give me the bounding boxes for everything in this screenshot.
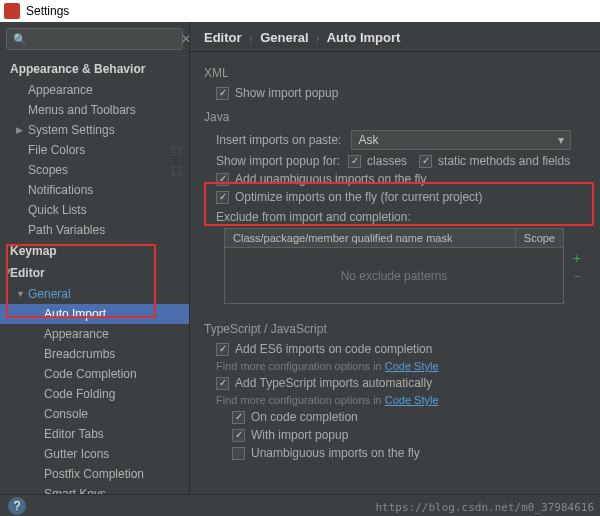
search-input[interactable]	[31, 32, 181, 46]
col-mask: Class/package/member qualified name mask	[225, 229, 516, 247]
tree-item[interactable]: Appearance	[0, 80, 189, 100]
section-ts: TypeScript / JavaScript	[204, 322, 586, 336]
tree-item[interactable]: Breadcrumbs	[0, 344, 189, 364]
tree-item[interactable]: Postfix Completion	[0, 464, 189, 484]
checkbox-xml-show-popup[interactable]	[216, 87, 229, 100]
label-ts-unambiguous: Unambiguous imports on the fly	[251, 446, 420, 460]
tree-item[interactable]: Quick Lists	[0, 200, 189, 220]
tree-item[interactable]: Gutter Icons	[0, 444, 189, 464]
label-show-popup-for: Show import popup for:	[216, 154, 340, 168]
checkbox-add-unambiguous[interactable]	[216, 173, 229, 186]
label-with-popup: With import popup	[251, 428, 348, 442]
label-ts-auto: Add TypeScript imports automatically	[235, 376, 432, 390]
empty-placeholder: No exclude patterns	[341, 269, 448, 283]
select-insert-paste[interactable]: Ask	[351, 130, 571, 150]
window-title: Settings	[26, 4, 69, 18]
tree-item[interactable]: Code Folding	[0, 384, 189, 404]
checkbox-es6[interactable]	[216, 343, 229, 356]
label-insert-paste: Insert imports on paste:	[216, 133, 341, 147]
window-titlebar: Settings	[0, 0, 600, 22]
tree-item[interactable]: Notifications	[0, 180, 189, 200]
add-exclude-button[interactable]: +	[573, 250, 581, 266]
section-xml: XML	[204, 66, 586, 80]
checkbox-on-cc[interactable]	[232, 411, 245, 424]
project-badge-icon: ⬚	[171, 144, 181, 157]
chevron-down-icon: ▼	[4, 266, 13, 276]
breadcrumb: Editor › General › Auto Import	[190, 22, 600, 52]
settings-sidebar: 🔍 ✕ Appearance & Behavior AppearanceMenu…	[0, 22, 190, 494]
tree-item[interactable]: File Colors⬚	[0, 140, 189, 160]
checkbox-ts-auto[interactable]	[216, 377, 229, 390]
tree-item-general[interactable]: ▼General	[0, 284, 189, 304]
group-appearance-behavior[interactable]: Appearance & Behavior	[0, 58, 189, 80]
crumb-auto-import: Auto Import	[327, 30, 401, 45]
group-keymap[interactable]: Keymap	[0, 240, 189, 262]
label-classes: classes	[367, 154, 407, 168]
checkbox-classes[interactable]	[348, 155, 361, 168]
link-code-style-2[interactable]: Code Style	[385, 394, 439, 406]
search-box[interactable]: 🔍 ✕	[6, 28, 183, 50]
section-java: Java	[204, 110, 586, 124]
tree-item[interactable]: Smart Keys	[0, 484, 189, 494]
label-exclude: Exclude from import and completion:	[216, 210, 411, 224]
app-icon	[4, 3, 20, 19]
tree-item[interactable]: ▶System Settings	[0, 120, 189, 140]
crumb-general[interactable]: General	[260, 30, 308, 45]
label-on-cc: On code completion	[251, 410, 358, 424]
search-icon: 🔍	[13, 33, 27, 46]
project-badge-icon: ⬚	[171, 164, 181, 177]
group-editor[interactable]: ▼Editor	[0, 262, 189, 284]
tree-item[interactable]: Editor Tabs	[0, 424, 189, 444]
label-static: static methods and fields	[438, 154, 570, 168]
watermark: https://blog.csdn.net/m0_37984616	[375, 501, 594, 514]
tree-item[interactable]: Code Completion	[0, 364, 189, 384]
checkbox-ts-unambiguous[interactable]	[232, 447, 245, 460]
tree-item[interactable]: Console	[0, 404, 189, 424]
tree-item[interactable]: Appearance	[0, 324, 189, 344]
crumb-editor[interactable]: Editor	[204, 30, 242, 45]
settings-tree: Appearance & Behavior AppearanceMenus an…	[0, 54, 189, 494]
checkbox-static[interactable]	[419, 155, 432, 168]
tree-item[interactable]: Auto Import⬚	[0, 304, 189, 324]
chevron-right-icon: ›	[316, 33, 319, 44]
chevron-right-icon: ›	[249, 33, 252, 44]
label-es6: Add ES6 imports on code completion	[235, 342, 432, 356]
content-pane: Editor › General › Auto Import XML Show …	[190, 22, 600, 494]
label-add-unambiguous: Add unambiguous imports on the fly	[235, 172, 426, 186]
tree-item[interactable]: Menus and Toolbars	[0, 100, 189, 120]
label-optimize: Optimize imports on the fly (for current…	[235, 190, 482, 204]
chevron-right-icon: ▶	[16, 125, 23, 135]
remove-exclude-button: −	[573, 268, 581, 284]
help-button[interactable]: ?	[8, 497, 26, 515]
project-badge-icon: ⬚	[171, 308, 181, 321]
link-code-style-1[interactable]: Code Style	[385, 360, 439, 372]
exclude-table-body: No exclude patterns + −	[224, 248, 564, 304]
checkbox-optimize[interactable]	[216, 191, 229, 204]
checkbox-with-popup[interactable]	[232, 429, 245, 442]
tree-item[interactable]: Scopes⬚	[0, 160, 189, 180]
exclude-table-header: Class/package/member qualified name mask…	[224, 228, 564, 248]
tree-item[interactable]: Path Variables	[0, 220, 189, 240]
chevron-down-icon: ▼	[16, 289, 25, 299]
col-scope: Scope	[516, 229, 563, 247]
label-xml-show-popup: Show import popup	[235, 86, 338, 100]
